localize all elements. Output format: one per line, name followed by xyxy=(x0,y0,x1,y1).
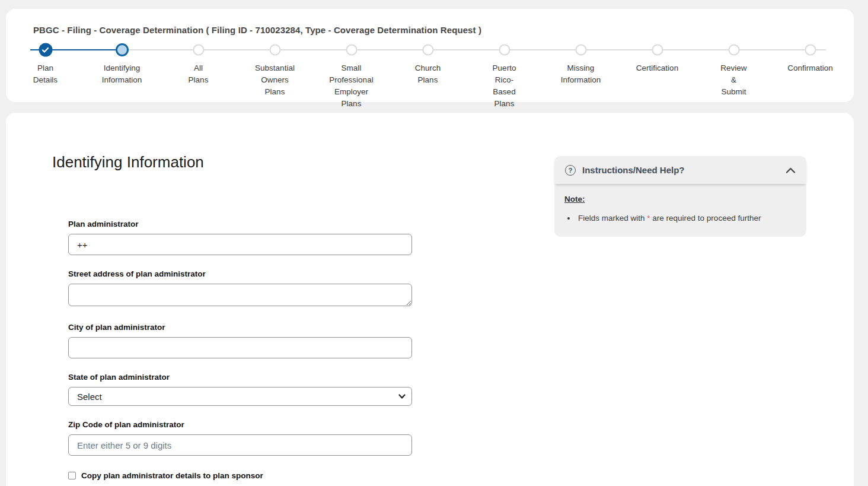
zip-code-input[interactable] xyxy=(68,434,412,456)
street-address-textarea[interactable] xyxy=(68,284,412,306)
step-connector-row xyxy=(237,43,313,57)
step-circle xyxy=(728,45,739,56)
stepper-step-plan-details[interactable]: Plan Details xyxy=(7,43,84,110)
state-select[interactable]: Select xyxy=(68,387,412,406)
help-panel-title: Instructions/Need Help? xyxy=(582,165,685,175)
help-panel-header[interactable]: ? Instructions/Need Help? xyxy=(554,156,806,184)
step-circle xyxy=(193,45,204,56)
step-connector-row xyxy=(390,43,466,57)
wizard-stepper: Plan Details Identifying Information All… xyxy=(7,43,848,110)
stepper-step-identifying-information[interactable]: Identifying Information xyxy=(84,43,160,110)
step-circle xyxy=(805,45,816,56)
connector-line xyxy=(428,49,467,50)
instructions-help-panel: ? Instructions/Need Help? Note: Fields m… xyxy=(554,156,806,237)
connector-line xyxy=(505,49,543,50)
step-connector-row xyxy=(84,43,160,57)
city-label: City of plan administrator xyxy=(68,323,412,332)
stepper-step-puerto-rico-based-plans[interactable]: Puerto Rico- Based Plans xyxy=(466,43,542,110)
city-input[interactable] xyxy=(68,337,412,358)
step-label: Substantial Owners Plans xyxy=(237,62,313,98)
step-circle xyxy=(39,43,52,57)
zip-code-label: Zip Code of plan administrator xyxy=(68,420,412,429)
step-connector-row xyxy=(695,43,772,57)
connector-line xyxy=(581,49,620,50)
street-address-label: Street address of plan administrator xyxy=(68,269,412,278)
step-label: Identifying Information xyxy=(84,62,160,86)
step-label: Confirmation xyxy=(772,62,848,74)
step-connector-row xyxy=(160,43,237,57)
step-label: Certification xyxy=(619,62,695,74)
stepper-step-missing-information[interactable]: Missing Information xyxy=(542,43,619,110)
step-connector-row xyxy=(772,43,848,57)
step-label: Review & Submit xyxy=(695,62,772,98)
field-state: State of plan administrator Select xyxy=(68,373,412,406)
note-heading: Note: xyxy=(564,195,585,204)
note-text: are required to proceed further xyxy=(650,214,761,223)
state-select-wrap: Select xyxy=(68,387,412,406)
step-circle xyxy=(422,45,433,56)
step-connector-row xyxy=(313,43,390,57)
stepper-step-church-plans[interactable]: Church Plans xyxy=(390,43,466,110)
step-label: Missing Information xyxy=(542,62,619,86)
connector-line xyxy=(275,49,314,50)
plan-administrator-label: Plan administrator xyxy=(68,220,412,228)
identifying-information-form: Plan administrator Street address of pla… xyxy=(68,220,412,480)
step-connector-row xyxy=(7,43,84,57)
step-label: Church Plans xyxy=(390,62,466,86)
step-circle xyxy=(269,45,280,56)
note-list: Fields marked with * are required to pro… xyxy=(576,214,794,223)
step-connector-row xyxy=(619,43,695,57)
step-label: Puerto Rico- Based Plans xyxy=(466,62,542,110)
step-label: Small Professional Employer Plans xyxy=(313,62,390,110)
help-panel-body: Note: Fields marked with * are required … xyxy=(554,184,806,237)
plan-administrator-input[interactable] xyxy=(68,234,412,255)
step-circle xyxy=(575,45,586,56)
chevron-up-icon[interactable] xyxy=(786,167,796,174)
copy-details-label[interactable]: Copy plan administrator details to plan … xyxy=(81,471,263,480)
stepper-step-small-professional-employer-plans[interactable]: Small Professional Employer Plans xyxy=(313,43,390,110)
connector-line xyxy=(658,49,696,50)
step-connector-row xyxy=(542,43,619,57)
step-circle xyxy=(499,45,510,56)
connector-line xyxy=(199,49,237,50)
copy-details-checkbox[interactable] xyxy=(68,472,76,479)
check-icon xyxy=(42,47,49,53)
field-city: City of plan administrator xyxy=(68,323,412,358)
main-content-card: Identifying Information ? Instructions/N… xyxy=(6,113,854,486)
note-item: Fields marked with * are required to pro… xyxy=(576,214,794,223)
page-section-heading: Identifying Information xyxy=(52,153,204,171)
note-text: Fields marked with xyxy=(578,214,647,223)
step-connector-row xyxy=(466,43,542,57)
step-circle xyxy=(346,45,357,56)
stepper-step-certification[interactable]: Certification xyxy=(619,43,695,110)
stepper-step-all-plans[interactable]: All Plans xyxy=(160,43,237,110)
step-label: Plan Details xyxy=(7,62,84,86)
question-circle-icon: ? xyxy=(565,165,576,176)
step-circle xyxy=(652,45,663,56)
stepper-step-review-submit[interactable]: Review & Submit xyxy=(695,43,772,110)
filing-header-card: PBGC - Filing - Coverage Determination (… xyxy=(6,9,854,102)
step-label: All Plans xyxy=(160,62,237,86)
field-zip-code: Zip Code of plan administrator xyxy=(68,420,412,456)
page-title: PBGC - Filing - Coverage Determination (… xyxy=(33,25,481,35)
state-label: State of plan administrator xyxy=(68,373,412,382)
copy-details-row: Copy plan administrator details to plan … xyxy=(68,471,412,480)
connector-line xyxy=(734,49,773,50)
connector-line xyxy=(352,49,390,50)
field-street-address: Street address of plan administrator xyxy=(68,269,412,309)
stepper-step-confirmation[interactable]: Confirmation xyxy=(772,43,848,110)
step-circle xyxy=(116,43,129,56)
field-plan-administrator: Plan administrator xyxy=(68,220,412,255)
stepper-step-substantial-owners-plans[interactable]: Substantial Owners Plans xyxy=(237,43,313,110)
